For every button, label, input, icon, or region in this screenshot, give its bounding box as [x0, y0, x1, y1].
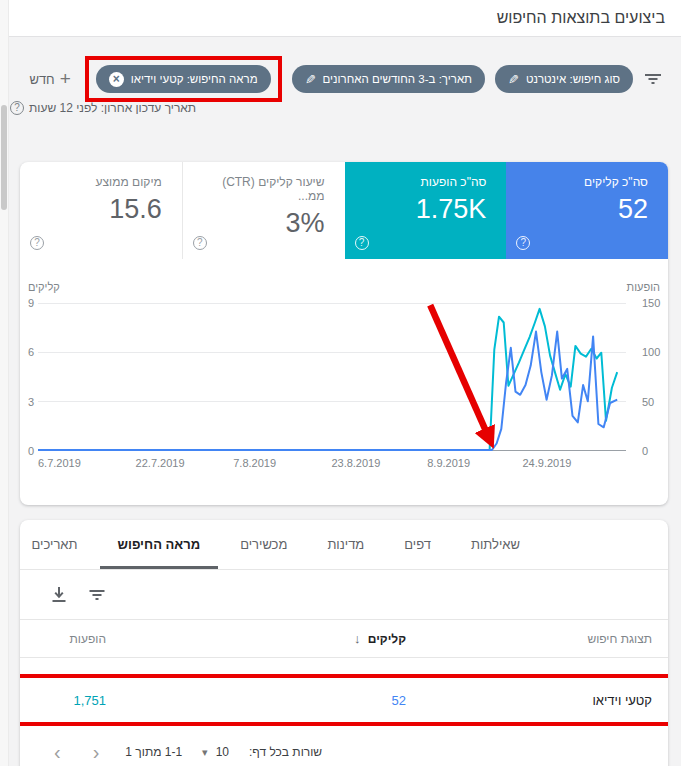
y-axis-right-ticks: 150100500 [642, 303, 668, 451]
axis-tick-label: 7.8.2019 [233, 457, 276, 469]
tab-queries[interactable]: שאילתות [451, 520, 540, 569]
cell-appearance: קטעי וידיאו [406, 693, 652, 708]
table-header-row: תצוגת חיפוש קליקים ↓ הופעות [20, 620, 668, 658]
help-icon[interactable]: ? [10, 101, 24, 115]
metric-label: סה"כ הופעות [365, 175, 487, 189]
chevron-left-icon[interactable]: ‹ [48, 741, 67, 764]
x-axis-ticks: 6.7.201922.7.20197.8.201923.8.20198.9.20… [38, 457, 626, 473]
axis-tick-label: 3 [20, 396, 34, 408]
impressions-line [38, 309, 617, 450]
axis-tick-label: 6.7.2019 [38, 457, 81, 469]
highlight-box-row: קטעי וידיאו 52 1,751 [20, 674, 668, 726]
pencil-icon[interactable]: ✎ [305, 72, 316, 87]
table-filter-icon[interactable] [88, 586, 106, 604]
left-axis-title: קליקים [28, 281, 60, 293]
app-header: ביצועים בתוצאות החיפוש [0, 0, 681, 37]
help-icon[interactable]: ? [516, 236, 530, 250]
axis-tick-label: 6 [20, 346, 34, 358]
metric-average-ctr[interactable]: שיעור קליקים (CTR) ממ... 3% ? [183, 162, 345, 259]
axis-tick-label: 50 [642, 396, 668, 408]
help-icon[interactable]: ? [355, 236, 369, 250]
help-icon[interactable]: ? [30, 236, 44, 250]
pencil-icon[interactable]: ✎ [508, 72, 519, 87]
scrollbar-track [0, 0, 9, 766]
cell-clicks: 52 [106, 693, 406, 708]
performance-chart: קליקים הופעות 9630 150100500 6.7.201922.… [20, 259, 668, 505]
metric-cards: סה"כ קליקים 52 ? סה"כ הופעות 1.75K ? שיע… [20, 162, 668, 259]
filter-chip-label: תאריך: ב-3 החודשים האחרונים [323, 73, 473, 85]
remove-filter-icon[interactable]: × [109, 72, 124, 87]
download-icon[interactable] [50, 586, 68, 604]
rows-per-page-value: 10 [216, 745, 229, 759]
metric-label: מיקום ממוצע [40, 175, 162, 189]
filter-chip-label: סוג חיפוש: אינטרנט [526, 73, 620, 85]
metric-total-clicks[interactable]: סה"כ קליקים 52 ? [506, 162, 668, 259]
filter-bar: סוג חיפוש: אינטרנט ✎ תאריך: ב-3 החודשים … [14, 56, 663, 102]
last-update-line: תאריך עדכון אחרון: לפני 12 שעות ? [10, 101, 196, 115]
new-filter-label: חדש [29, 72, 54, 87]
tab-dates[interactable]: תאריכים [20, 520, 98, 569]
tab-search-appearance[interactable]: מראה החיפוש [98, 520, 221, 569]
metric-average-position[interactable]: מיקום ממוצע 15.6 ? [20, 162, 183, 259]
trend-arrow [430, 305, 490, 441]
metric-value: 3% [203, 208, 325, 239]
axis-tick-label: 0 [642, 445, 668, 457]
tab-devices[interactable]: מכשירים [220, 520, 307, 569]
column-header-impressions[interactable]: הופעות [36, 632, 106, 646]
y-axis-left-ticks: 9630 [20, 303, 34, 451]
chart-plot-area [38, 303, 626, 451]
rows-per-page-select[interactable]: 10 ▾ [202, 745, 229, 759]
dimension-tabs: שאילתות דפים מדינות מכשירים מראה החיפוש … [20, 520, 668, 570]
help-icon[interactable]: ? [193, 236, 207, 250]
rows-per-page-label: שורות בכל דף: [249, 745, 322, 759]
column-header-appearance[interactable]: תצוגת חיפוש [406, 632, 652, 646]
highlight-box-chip: מראה החיפוש: קטעי וידיאו × [85, 56, 282, 102]
axis-tick-label: 100 [642, 346, 668, 358]
column-header-clicks-label: קליקים [368, 632, 406, 646]
page-title: ביצועים בתוצאות החיפוש [497, 9, 665, 27]
table-row[interactable]: קטעי וידיאו 52 1,751 [20, 678, 668, 722]
filter-chip-search-appearance[interactable]: מראה החיפוש: קטעי וידיאו × [96, 65, 271, 93]
tab-countries[interactable]: מדינות [307, 520, 384, 569]
metric-label: שיעור קליקים (CTR) ממ... [203, 175, 325, 203]
pagination-range: 1-1 מתוך 1 [125, 745, 182, 759]
performance-card: סה"כ קליקים 52 ? סה"כ הופעות 1.75K ? שיע… [20, 162, 668, 505]
filter-chip-date[interactable]: תאריך: ב-3 החודשים האחרונים ✎ [292, 65, 485, 93]
caret-down-icon: ▾ [202, 746, 208, 759]
filter-chip-label: מראה החיפוש: קטעי וידיאו [131, 73, 258, 85]
filter-chip-search-type[interactable]: סוג חיפוש: אינטרנט ✎ [495, 65, 633, 93]
filter-list-icon[interactable] [643, 69, 663, 89]
axis-tick-label: 150 [642, 297, 668, 309]
plus-icon: + [60, 68, 71, 90]
metric-label: סה"כ קליקים [526, 175, 648, 189]
new-filter-button[interactable]: + חדש [29, 68, 70, 90]
pagination: שורות בכל דף: 10 ▾ 1-1 מתוך 1 › ‹ [20, 732, 668, 766]
axis-tick-label: 23.8.2019 [331, 457, 380, 469]
metric-value: 52 [526, 194, 648, 225]
metric-total-impressions[interactable]: סה"כ הופעות 1.75K ? [345, 162, 507, 259]
dimensions-card: שאילתות דפים מדינות מכשירים מראה החיפוש … [20, 520, 668, 766]
tab-pages[interactable]: דפים [384, 520, 451, 569]
right-axis-title: הופעות [627, 281, 660, 293]
axis-tick-label: 0 [20, 445, 34, 457]
metric-value: 15.6 [40, 194, 162, 225]
metric-value: 1.75K [365, 194, 487, 225]
last-update-text: תאריך עדכון אחרון: לפני 12 שעות [29, 101, 196, 115]
clicks-line [38, 332, 617, 450]
chevron-right-icon[interactable]: › [87, 741, 106, 764]
axis-tick-label: 8.9.2019 [427, 457, 470, 469]
sort-desc-icon: ↓ [354, 631, 361, 646]
axis-tick-label: 22.7.2019 [136, 457, 185, 469]
cell-impressions: 1,751 [36, 693, 106, 708]
table-toolbar [20, 570, 668, 620]
axis-tick-label: 24.9.2019 [523, 457, 572, 469]
column-header-clicks[interactable]: קליקים ↓ [106, 631, 406, 646]
chart-svg [38, 303, 626, 453]
scrollbar-thumb[interactable] [1, 105, 7, 210]
axis-tick-label: 9 [20, 297, 34, 309]
